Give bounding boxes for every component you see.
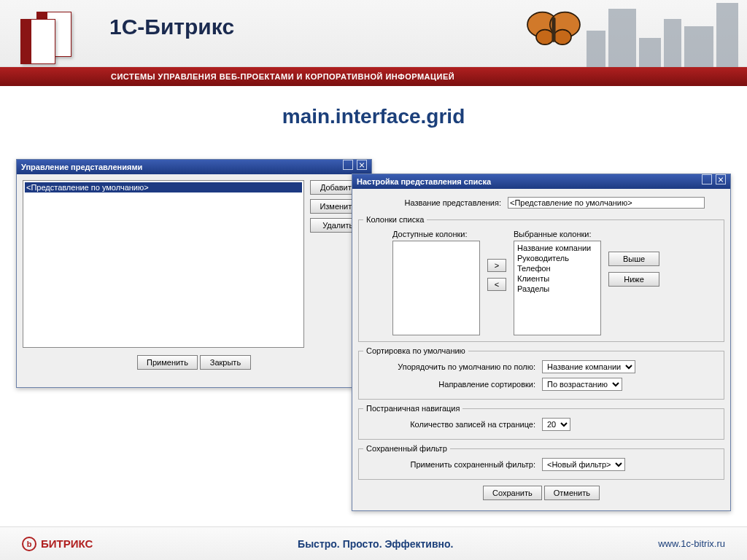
view-settings-title: Настройка представления списка [357, 174, 491, 189]
move-left-button[interactable]: < [487, 278, 506, 291]
cancel-button[interactable]: Отменить [544, 486, 600, 500]
footer-brand: БИТРИКС [41, 537, 93, 550]
sort-field-label: Упорядочить по умолчанию по полю: [365, 359, 540, 374]
brand-title: 1С-Битрикс [109, 15, 234, 39]
butterfly-icon [521, 6, 587, 50]
selected-columns-label: Выбранные колонки: [514, 230, 601, 238]
view-name-label: Название представления: [360, 196, 506, 209]
page-title: main.interface.grid [0, 105, 747, 128]
views-list-item[interactable]: <Представление по умолчанию> [25, 182, 302, 192]
close-icon[interactable] [357, 160, 367, 170]
manage-views-titlebar[interactable]: Управление представлениями [17, 160, 371, 174]
sort-dir-select[interactable]: По возрастанию [542, 378, 622, 391]
view-name-input[interactable] [508, 197, 705, 209]
apply-button[interactable]: Применить [137, 355, 198, 370]
selected-column-item[interactable]: Телефон [516, 263, 599, 273]
sort-group-label: Сортировка по умолчанию [363, 346, 468, 355]
columns-group-label: Колонки списка [363, 215, 427, 224]
columns-group: Колонки списка Доступные колонки: > < Вы… [358, 215, 724, 342]
move-up-button[interactable]: Выше [608, 252, 659, 266]
view-settings-dialog: Настройка представления списка Название … [352, 174, 731, 511]
available-columns-listbox[interactable] [392, 241, 480, 335]
selected-column-item[interactable]: Руководитель [516, 253, 599, 263]
footer-slogan: Быстро. Просто. Эффективно. [298, 538, 453, 550]
footer-url: www.1c-bitrix.ru [658, 538, 725, 549]
close-button[interactable]: Закрыть [200, 355, 251, 370]
view-settings-titlebar[interactable]: Настройка представления списка [352, 174, 730, 189]
filter-group: Сохраненный фильтр Применить сохраненный… [358, 444, 724, 480]
svg-point-2 [536, 30, 554, 45]
footer-logo: b БИТРИКС [22, 537, 93, 551]
svg-rect-4 [551, 17, 555, 42]
available-columns-label: Доступные колонки: [392, 230, 480, 238]
selected-column-item[interactable]: Название компании [516, 243, 599, 253]
selected-column-item[interactable]: Клиенты [516, 273, 599, 284]
maximize-icon[interactable] [702, 174, 712, 184]
views-listbox[interactable]: <Представление по умолчанию> [23, 180, 304, 348]
save-button[interactable]: Сохранить [483, 486, 542, 500]
filter-label: Применить сохраненный фильтр: [365, 457, 540, 472]
pager-label: Количество записей на странице: [365, 417, 540, 432]
close-icon[interactable] [716, 174, 726, 184]
product-boxes-illustration [13, 9, 86, 67]
manage-views-title: Управление представлениями [21, 160, 142, 174]
saved-filter-select[interactable]: <Новый фильтр> [542, 458, 625, 471]
header-tagline: СИСТЕМЫ УПРАВЛЕНИЯ ВЕБ-ПРОЕКТАМИ И КОРПО… [0, 67, 747, 86]
slide-header: 1С-Битрикс [0, 0, 747, 67]
filter-group-label: Сохраненный фильтр [363, 444, 450, 453]
move-down-button[interactable]: Ниже [608, 272, 659, 287]
manage-views-dialog: Управление представлениями <Представлени… [16, 159, 372, 388]
sort-field-select[interactable]: Название компании [542, 360, 635, 373]
pager-group-label: Постраничная навигация [363, 404, 462, 413]
svg-point-3 [554, 30, 571, 45]
selected-column-item[interactable]: Разделы [516, 284, 599, 294]
pager-group: Постраничная навигация Количество записе… [358, 404, 724, 440]
selected-columns-listbox[interactable]: Название компанииРуководительТелефонКлие… [514, 241, 601, 335]
maximize-icon[interactable] [343, 160, 353, 170]
pager-size-select[interactable]: 20 [542, 418, 570, 431]
sort-group: Сортировка по умолчанию Упорядочить по у… [358, 346, 724, 400]
slide-footer: b БИТРИКС Быстро. Просто. Эффективно. ww… [0, 526, 747, 560]
logo-icon: b [22, 537, 36, 551]
move-right-button[interactable]: > [487, 259, 506, 272]
skyline-illustration [587, 0, 747, 67]
sort-dir-label: Направление сортировки: [365, 377, 540, 392]
